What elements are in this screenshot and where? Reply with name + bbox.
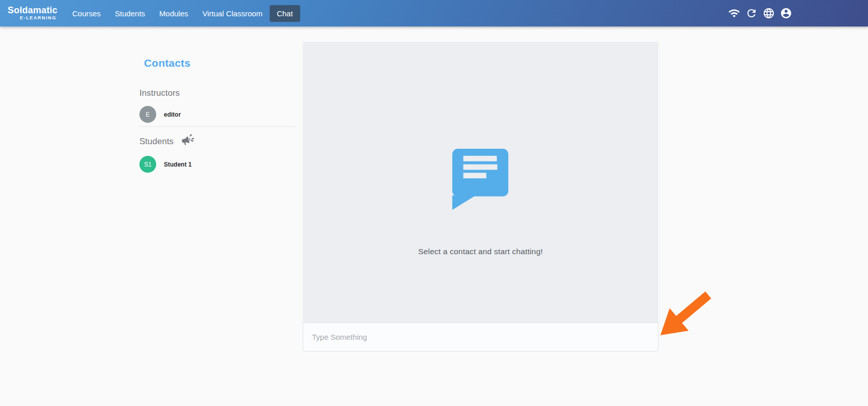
logo-title: Soldamatic: [8, 6, 56, 15]
main-nav: Courses Students Modules Virtual Classro…: [65, 5, 300, 22]
empty-state-text: Select a contact and start chatting!: [418, 247, 543, 256]
contact-name: editor: [164, 111, 181, 118]
account-icon[interactable]: [780, 7, 792, 19]
header-icon-group: [728, 7, 868, 19]
logo-subtitle: E-LEARNING: [8, 15, 56, 21]
chat-message-input[interactable]: [312, 333, 638, 341]
top-nav-bar: Soldamatic E-LEARNING Courses Students M…: [0, 0, 868, 26]
students-heading: Students: [139, 137, 173, 147]
nav-item-students[interactable]: Students: [108, 5, 152, 22]
annotation-arrow-icon: [650, 283, 718, 347]
contact-row-editor[interactable]: E editor: [139, 106, 292, 123]
avatar-student-1: S1: [139, 156, 156, 173]
contact-name: Student 1: [164, 161, 192, 168]
chat-input-row: [303, 322, 658, 351]
globe-icon[interactable]: [763, 7, 775, 19]
refresh-icon[interactable]: [745, 7, 758, 19]
section-divider: [139, 126, 296, 127]
chat-panel: Select a contact and start chatting!: [303, 42, 658, 351]
instructors-heading: Instructors: [139, 88, 180, 98]
nav-item-virtual-classroom[interactable]: Virtual Classroom: [195, 5, 270, 22]
megaphone-icon[interactable]: [179, 131, 197, 149]
nav-item-chat[interactable]: Chat: [270, 5, 300, 22]
contacts-title: Contacts: [144, 57, 190, 69]
nav-item-courses[interactable]: Courses: [65, 5, 108, 22]
logo: Soldamatic E-LEARNING: [8, 6, 56, 21]
students-heading-row: Students: [139, 136, 195, 147]
contacts-panel: Contacts Instructors E editor Students S…: [139, 42, 297, 246]
app-root: Soldamatic E-LEARNING Courses Students M…: [0, 0, 868, 406]
contact-row-student-1[interactable]: S1 Student 1: [139, 156, 292, 173]
wifi-icon[interactable]: [728, 7, 740, 19]
avatar-editor: E: [139, 106, 156, 123]
chat-empty-state: Select a contact and start chatting!: [303, 42, 658, 322]
chat-bubble-icon: [451, 149, 511, 211]
nav-item-modules[interactable]: Modules: [152, 5, 195, 22]
